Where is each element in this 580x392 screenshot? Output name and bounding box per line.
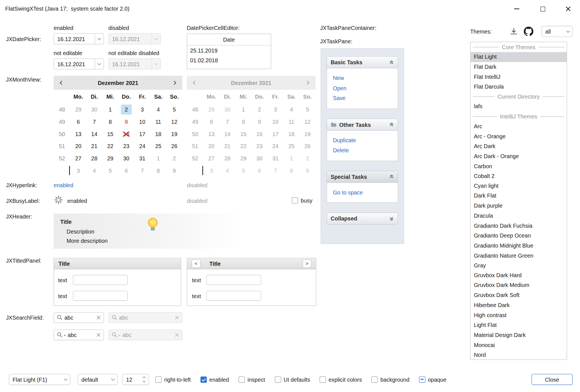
checkbox[interactable]	[371, 376, 378, 383]
close-window-button[interactable]	[560, 0, 577, 18]
theme-item[interactable]: Gradianto Deep Ocean	[470, 231, 567, 241]
option-enabled[interactable]: enabled	[201, 376, 229, 383]
theme-item[interactable]: Hiberbee Dark	[470, 300, 567, 310]
search-menu-arrow-icon[interactable]	[64, 335, 66, 337]
calendar-day[interactable]: 1	[102, 103, 118, 116]
calendar-day[interactable]: 11	[150, 116, 166, 128]
datepicker-dropdown-button[interactable]	[95, 59, 104, 69]
maximize-button[interactable]	[534, 0, 551, 18]
font-size-spinner[interactable]: 12	[122, 374, 149, 385]
calendar-day[interactable]: 12	[166, 116, 182, 128]
search-input[interactable]	[64, 314, 95, 320]
theme-item[interactable]: Light Flat	[470, 320, 567, 330]
calendar-day[interactable]: 17	[134, 128, 150, 140]
theme-item[interactable]: Carbon	[470, 161, 567, 171]
theme-item[interactable]: Monocai	[470, 340, 567, 350]
prev-month-button[interactable]	[54, 76, 69, 90]
option-right-to-left[interactable]: right-to-left	[155, 376, 191, 383]
calendar-day[interactable]: 1	[150, 152, 166, 165]
taskpane-action-link[interactable]: Go to space	[333, 187, 392, 197]
download-themes-button[interactable]	[510, 27, 518, 37]
datepicker-not-editable[interactable]: 16.12.2021	[54, 58, 104, 70]
calendar-day[interactable]: 19	[166, 128, 182, 140]
calendar-day[interactable]: 2	[166, 152, 182, 165]
datepicker-dropdown-button[interactable]	[95, 34, 104, 44]
theme-item[interactable]: Gruvbox Dark Soft	[470, 291, 567, 301]
calendar-day[interactable]: 15	[102, 128, 118, 140]
clear-icon[interactable]	[96, 315, 101, 320]
theme-item[interactable]: High contrast	[470, 310, 567, 320]
theme-item[interactable]: Arc	[470, 122, 567, 132]
taskpane-header[interactable]: Basic Tasks	[327, 56, 398, 68]
taskpane-action-link[interactable]: Delete	[333, 145, 392, 155]
calendar-day[interactable]: 31	[134, 152, 150, 165]
theme-item[interactable]: Gradianto Midnight Blue	[470, 241, 567, 251]
text-input[interactable]	[206, 275, 261, 285]
calendar-day[interactable]: 10	[134, 116, 150, 128]
theme-item[interactable]: Cyan light	[470, 181, 567, 191]
taskpane-action-link[interactable]: Duplicate	[333, 135, 392, 145]
theme-item[interactable]: Material Design Dark	[470, 330, 567, 340]
minimize-button[interactable]	[508, 0, 525, 18]
combo-arrow[interactable]	[563, 26, 572, 37]
search-field-enabled[interactable]	[54, 312, 104, 323]
datepicker-enabled[interactable]: 16.12.2021	[54, 33, 104, 44]
date-column-header[interactable]: Date	[187, 34, 271, 46]
calendar-day[interactable]: 27	[70, 152, 86, 165]
theme-item[interactable]: Arc Dark	[470, 141, 567, 151]
calendar-day[interactable]: 2	[118, 103, 134, 116]
calendar-day[interactable]: 24	[134, 140, 150, 152]
search-field-with-menu[interactable]	[54, 330, 104, 340]
calendar-day[interactable]: 9	[118, 116, 134, 128]
table-row[interactable]: 25.11.2019	[187, 46, 271, 56]
calendar-day[interactable]: 26	[166, 140, 182, 152]
taskpane-header[interactable]: Special Tasks	[327, 170, 398, 183]
calendar-day[interactable]: 14	[86, 128, 102, 140]
option-ui-defaults[interactable]: UI defaults	[275, 376, 310, 383]
calendar-day[interactable]: 4	[86, 164, 102, 177]
table-row[interactable]: 01.02.2018	[187, 55, 271, 65]
clear-icon[interactable]	[96, 333, 101, 337]
theme-item[interactable]: Gradianto Nature Green	[470, 251, 567, 261]
calendar-day[interactable]: 5	[102, 164, 118, 177]
calendar-day[interactable]: 3	[70, 164, 86, 177]
taskpane-action-link[interactable]: Open	[333, 83, 392, 93]
theme-item[interactable]: Flat Dark	[470, 62, 567, 72]
calendar-day[interactable]: 29	[70, 103, 86, 116]
scroll-left-button[interactable]: <	[192, 259, 201, 268]
calendar-day[interactable]: 5	[166, 103, 182, 116]
taskpane-action-link[interactable]: Save	[333, 93, 392, 103]
option-explicit-colors[interactable]: explicit colors	[320, 376, 362, 383]
checkbox[interactable]	[201, 376, 207, 383]
themes-filter-combo[interactable]: all	[541, 26, 572, 37]
checkbox[interactable]	[320, 376, 326, 383]
theme-item[interactable]: Nord	[470, 350, 567, 360]
combo-arrow[interactable]	[109, 374, 117, 385]
spinner-down-icon[interactable]	[143, 380, 145, 382]
checkbox[interactable]	[419, 376, 425, 383]
theme-item[interactable]: Arc Dark - Orange	[470, 151, 567, 161]
text-input[interactable]	[73, 291, 128, 301]
calendar-day[interactable]: 8	[150, 164, 166, 177]
theme-item[interactable]: Flat Darcula	[470, 82, 567, 92]
search-input[interactable]	[68, 332, 95, 338]
taskpane-action-link[interactable]: New	[333, 73, 392, 83]
theme-item[interactable]: Dark Flat	[470, 191, 567, 201]
taskpane-header[interactable]: Other Tasks	[327, 118, 398, 131]
theme-item[interactable]: Dark purple	[470, 201, 567, 211]
calendar-day[interactable]: 6	[70, 116, 86, 128]
theme-item[interactable]: Gradianto Dark Fuchsia	[470, 221, 567, 231]
calendar-day[interactable]: 3	[134, 103, 150, 116]
calendar-day[interactable]: 23	[118, 140, 134, 152]
calendar-day[interactable]: 16	[118, 128, 134, 140]
scroll-right-button[interactable]: >	[303, 259, 312, 268]
text-input[interactable]	[73, 275, 128, 285]
close-button[interactable]: Close	[532, 374, 573, 385]
theme-item[interactable]: Dracula	[470, 211, 567, 221]
checkbox[interactable]	[239, 376, 245, 383]
option-opaque[interactable]: opaque	[419, 376, 446, 383]
checkbox[interactable]	[275, 376, 281, 383]
calendar-day[interactable]: 7	[86, 116, 102, 128]
calendar-day[interactable]: 29	[102, 152, 118, 165]
github-button[interactable]	[524, 27, 533, 37]
